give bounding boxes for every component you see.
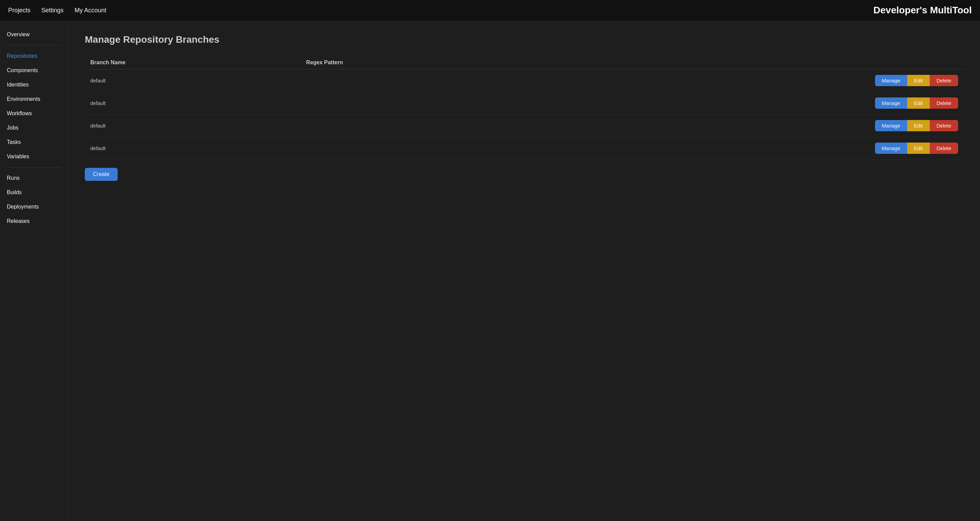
sidebar-item-environments[interactable]: Environments	[0, 92, 68, 106]
page-title: Manage Repository Branches	[85, 34, 964, 45]
table-row: default Manage Edit Delete	[85, 69, 964, 92]
action-cell: Manage Edit Delete	[523, 69, 964, 92]
col-branch-name: Branch Name	[85, 56, 301, 69]
sidebar-item-releases[interactable]: Releases	[0, 214, 68, 228]
nav-projects[interactable]: Projects	[8, 7, 30, 14]
top-nav: Projects Settings My Account Developer's…	[0, 0, 980, 21]
col-actions	[523, 56, 964, 69]
sidebar-item-repositories[interactable]: Repositories	[0, 49, 68, 63]
regex-pattern-cell	[301, 137, 523, 160]
edit-button-2[interactable]: Edit	[907, 120, 930, 131]
sidebar-item-jobs[interactable]: Jobs	[0, 121, 68, 135]
table-row: default Manage Edit Delete	[85, 114, 964, 137]
main-layout: Overview Repositories Components Identit…	[0, 21, 980, 521]
manage-button-3[interactable]: Manage	[875, 143, 907, 154]
sidebar-item-deployments[interactable]: Deployments	[0, 200, 68, 214]
nav-settings[interactable]: Settings	[41, 7, 64, 14]
table-body: default Manage Edit Delete default	[85, 69, 964, 160]
branch-name-cell: default	[85, 92, 301, 114]
action-cell: Manage Edit Delete	[523, 137, 964, 160]
table-row: default Manage Edit Delete	[85, 92, 964, 114]
action-cell: Manage Edit Delete	[523, 114, 964, 137]
regex-pattern-cell	[301, 69, 523, 92]
edit-button-1[interactable]: Edit	[907, 97, 930, 109]
delete-button-3[interactable]: Delete	[930, 143, 958, 154]
edit-button-3[interactable]: Edit	[907, 143, 930, 154]
sidebar-item-overview[interactable]: Overview	[0, 27, 68, 42]
action-buttons: Manage Edit Delete	[529, 97, 958, 109]
edit-button-0[interactable]: Edit	[907, 75, 930, 86]
sidebar-item-identities[interactable]: Identities	[0, 78, 68, 92]
table-row: default Manage Edit Delete	[85, 137, 964, 160]
manage-button-1[interactable]: Manage	[875, 97, 907, 109]
create-button[interactable]: Create	[85, 168, 118, 181]
sidebar-item-variables[interactable]: Variables	[0, 149, 68, 164]
branch-name-cell: default	[85, 69, 301, 92]
branch-table: Branch Name Regex Pattern default Manage…	[85, 56, 964, 160]
delete-button-0[interactable]: Delete	[930, 75, 958, 86]
regex-pattern-cell	[301, 114, 523, 137]
sidebar: Overview Repositories Components Identit…	[0, 21, 68, 521]
sidebar-item-runs[interactable]: Runs	[0, 171, 68, 185]
main-content: Manage Repository Branches Branch Name R…	[68, 21, 980, 521]
manage-button-0[interactable]: Manage	[875, 75, 907, 86]
branch-name-cell: default	[85, 137, 301, 160]
branch-name-cell: default	[85, 114, 301, 137]
sidebar-item-tasks[interactable]: Tasks	[0, 135, 68, 149]
col-regex-pattern: Regex Pattern	[301, 56, 523, 69]
sidebar-item-builds[interactable]: Builds	[0, 185, 68, 200]
action-cell: Manage Edit Delete	[523, 92, 964, 114]
sidebar-item-workflows[interactable]: Workflows	[0, 106, 68, 121]
regex-pattern-cell	[301, 92, 523, 114]
action-buttons: Manage Edit Delete	[529, 75, 958, 86]
app-title: Developer's MultiTool	[873, 5, 972, 16]
top-nav-links: Projects Settings My Account	[8, 7, 107, 14]
delete-button-1[interactable]: Delete	[930, 97, 958, 109]
action-buttons: Manage Edit Delete	[529, 143, 958, 154]
delete-button-2[interactable]: Delete	[930, 120, 958, 131]
manage-button-2[interactable]: Manage	[875, 120, 907, 131]
table-header: Branch Name Regex Pattern	[85, 56, 964, 69]
action-buttons: Manage Edit Delete	[529, 120, 958, 131]
sidebar-item-components[interactable]: Components	[0, 63, 68, 78]
sidebar-divider-1	[7, 45, 61, 46]
nav-my-account[interactable]: My Account	[75, 7, 107, 14]
